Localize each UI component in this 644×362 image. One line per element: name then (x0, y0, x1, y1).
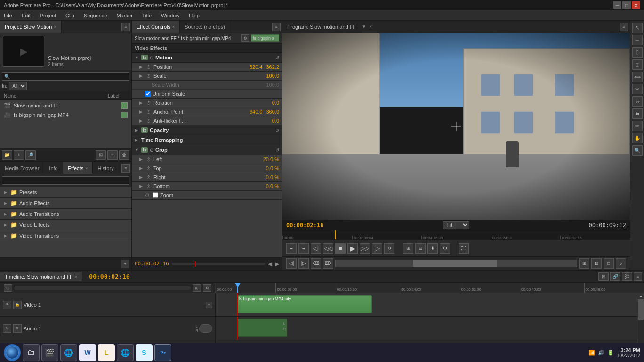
new-item-btn[interactable]: + (14, 150, 24, 160)
crop-right-expand[interactable]: ▶ (139, 175, 144, 180)
full-screen-btn[interactable]: ⛶ (459, 243, 469, 254)
step-back-btn[interactable]: ◁◁ (323, 243, 333, 254)
tab-effect-controls[interactable]: Effect Controls × (132, 21, 180, 33)
tab-media-browser[interactable]: Media Browser (0, 162, 44, 174)
taskbar-word[interactable]: W (79, 344, 96, 361)
crop-right-stopwatch-icon[interactable]: ⏱ (146, 175, 152, 180)
rolling-edit-tool[interactable]: ⌶ (632, 59, 643, 70)
menu-title[interactable]: Title (140, 12, 153, 19)
timeline-panel-menu-btn[interactable]: ≡ (634, 272, 642, 281)
shuttle-slider[interactable] (335, 260, 577, 267)
go-to-in-btn[interactable]: ◁| (311, 243, 321, 254)
rotation-stopwatch-icon[interactable]: ⏱ (146, 100, 152, 106)
opacity-header[interactable]: ▶ fx Opacity ↺ (132, 125, 282, 135)
overwrite-btn[interactable]: ⊟ (415, 243, 426, 254)
tab-history[interactable]: History (93, 162, 119, 174)
tl-zoom-out-btn[interactable]: ⊟ (4, 284, 12, 292)
crop-top-value[interactable]: 0.0 % (266, 165, 279, 171)
prev-edit-btn[interactable]: ⌫ (311, 258, 321, 269)
rotation-expand[interactable]: ▶ (139, 100, 144, 105)
v-scroll-up-btn[interactable]: ▲ (638, 293, 644, 300)
crop-left-stopwatch-icon[interactable]: ⏱ (146, 157, 152, 162)
crop-reset-btn[interactable]: ↺ (275, 148, 279, 153)
menu-sequence[interactable]: Sequence (82, 12, 109, 19)
safe-margins-btn[interactable]: ⊞ (579, 258, 589, 269)
crop-zoom-checkbox[interactable] (153, 192, 158, 198)
taskbar-skype[interactable]: S (136, 344, 153, 361)
crop-zoom-stopwatch-icon[interactable]: ⏱ (145, 193, 151, 198)
menu-help[interactable]: Help (187, 12, 201, 19)
trim-prev-btn[interactable]: ◁| (286, 258, 297, 269)
tl-link-btn[interactable]: ⛓ (622, 272, 632, 281)
crop-bottom-stopwatch-icon[interactable]: ⏱ (146, 184, 152, 189)
track-collapse-btn[interactable]: ▼ (206, 302, 212, 308)
export-btn[interactable]: ⬇ (427, 243, 438, 254)
scale-value[interactable]: 100.0 (266, 73, 279, 79)
audio-pan-knob[interactable] (199, 324, 212, 333)
antiflicker-expand[interactable]: ▶ (139, 118, 144, 123)
tree-audio-effects[interactable]: ▶ 📁 Audio Effects (0, 198, 131, 209)
mark-in-btn[interactable]: ⌐ (286, 243, 297, 254)
tl-add-marker-btn[interactable]: ⊞ (598, 272, 609, 281)
taskbar-libre[interactable]: L (98, 344, 115, 361)
motion-header[interactable]: ▼ fx ⊙ Motion ↺ (132, 53, 282, 63)
loop-btn[interactable]: ↻ (384, 243, 394, 254)
project-tab-close[interactable]: × (54, 25, 56, 29)
crop-top-stopwatch-icon[interactable]: ⏱ (146, 166, 152, 171)
start-button[interactable] (4, 344, 21, 361)
rate-stretch-tool[interactable]: ⟺ (632, 72, 643, 82)
scale-expand[interactable]: ▶ (139, 74, 144, 78)
crop-header[interactable]: ▼ fx ⊙ Crop ↺ (132, 145, 282, 155)
taskbar-ie[interactable]: 🌐 (60, 344, 77, 361)
crop-bottom-expand[interactable]: ▶ (139, 184, 144, 189)
slip-tool[interactable]: ⇔ (632, 96, 643, 107)
tree-video-transitions[interactable]: ▶ 📁 Video Transitions (0, 230, 131, 241)
track-lock-btn[interactable]: 🔒 (13, 301, 22, 309)
tab-source[interactable]: Source: (no clips) (180, 21, 230, 33)
crop-left-expand[interactable]: ▶ (139, 157, 144, 162)
position-value-x[interactable]: 520.4 (250, 64, 263, 70)
tl-zoom-in-btn[interactable]: ⊞ (193, 284, 201, 292)
menu-edit[interactable]: Edit (20, 12, 32, 19)
next-edit-btn[interactable]: ⌦ (323, 258, 333, 269)
tl-zoom-slider[interactable] (14, 286, 191, 290)
list-view-btn[interactable]: ≡ (107, 150, 118, 160)
tree-video-effects[interactable]: ▶ 📁 Video Effects (0, 220, 131, 230)
ec-settings-btn[interactable]: ⚙ (242, 34, 249, 42)
track-solo-btn[interactable]: S (13, 324, 22, 333)
ec-panel-menu-btn[interactable]: ≡ (272, 23, 281, 31)
settings-ctrl-btn[interactable]: ⚙ (440, 243, 450, 254)
menu-project[interactable]: Project (38, 12, 58, 19)
go-to-out-btn[interactable]: |▷ (372, 243, 382, 254)
pen-tool[interactable]: ✏ (632, 121, 643, 131)
menu-clip[interactable]: Clip (64, 12, 76, 19)
track-eye-btn[interactable]: 👁 (3, 301, 11, 309)
audio-waveform-block[interactable]: LR (237, 319, 288, 337)
preview-tab-menu[interactable]: ▼ (362, 24, 366, 29)
tab-timeline[interactable]: Timeline: Slow motion and FF × (0, 272, 82, 281)
effects-search-input[interactable] (2, 176, 129, 185)
antiflicker-value[interactable]: 0.0 (272, 118, 279, 123)
position-value-y[interactable]: 362.2 (266, 64, 279, 70)
razor-tool[interactable]: ✂ (632, 84, 643, 94)
panel-menu-btn[interactable]: ≡ (121, 23, 130, 31)
tl-settings-btn[interactable]: ⚙ (203, 284, 211, 292)
icon-view-btn[interactable]: ⊞ (96, 150, 106, 160)
taskbar-chrome[interactable]: 🌐 (117, 344, 134, 361)
stop-btn[interactable]: ■ (335, 243, 346, 254)
gang-btn[interactable]: ⊟ (591, 258, 602, 269)
new-bin-btn[interactable]: 📁 (2, 150, 12, 160)
track-mute-btn[interactable]: M (3, 324, 11, 333)
ripple-edit-tool[interactable]: [ (632, 47, 643, 58)
hand-tool[interactable]: ✋ (632, 133, 643, 143)
time-remapping-header[interactable]: ▶ Time Remapping (132, 135, 282, 145)
play-btn[interactable]: ▶ (347, 243, 358, 254)
menu-file[interactable]: File (2, 12, 14, 19)
effects-panel-menu-btn[interactable]: ≡ (121, 164, 130, 173)
crop-right-value[interactable]: 0.0 % (266, 174, 279, 180)
delete-btn[interactable]: 🗑 (119, 150, 129, 160)
menu-window[interactable]: Window (159, 12, 181, 19)
position-stopwatch-icon[interactable]: ⏱ (146, 65, 152, 70)
crop-left-value[interactable]: 20.0 % (263, 156, 279, 162)
insert-btn[interactable]: ⊞ (403, 243, 413, 254)
